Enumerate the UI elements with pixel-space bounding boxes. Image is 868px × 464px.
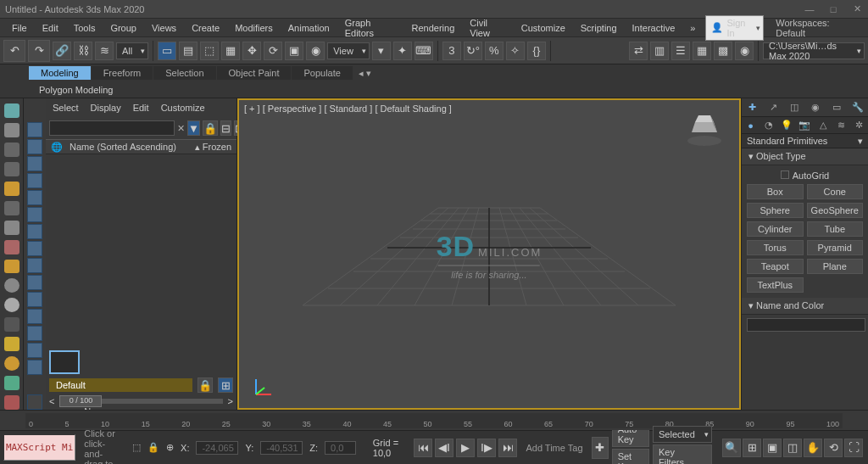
rect-region-icon[interactable]: ⬚ <box>200 42 219 60</box>
keymode-dropdown[interactable]: Selected <box>653 426 712 443</box>
cameras-subtab-icon[interactable]: 📷 <box>798 119 811 132</box>
polygon-modeling-panel[interactable]: Polygon Modeling <box>29 83 123 97</box>
filter-group-icon[interactable] <box>27 224 42 239</box>
tube-button[interactable]: Tube <box>807 221 864 237</box>
viewport-perspective[interactable]: [ + ] [ Perspective ] [ Standard ] [ Def… <box>237 98 741 410</box>
time-slider[interactable]: 0 / 100 <box>59 399 222 404</box>
filter-shape-icon[interactable] <box>27 139 42 154</box>
viewcube-icon[interactable] <box>683 107 726 149</box>
set-key-big-icon[interactable]: ✚ <box>592 437 609 459</box>
menu-create[interactable]: Create <box>185 21 226 35</box>
nav-orbit-icon[interactable]: ⟲ <box>824 439 843 457</box>
xyz-icon[interactable]: ⊕ <box>166 442 174 453</box>
z-coord-input[interactable]: 0,0 <box>325 441 356 455</box>
layer-calc-icon[interactable]: ⊞ <box>218 377 233 393</box>
display-children-icon[interactable]: ⊟ <box>220 120 231 136</box>
isolate-icon[interactable]: ⬚ <box>132 442 141 453</box>
sphere-button[interactable]: Sphere <box>747 203 804 218</box>
goto-end-icon[interactable]: ⏭ <box>498 439 517 457</box>
motion-tab-icon[interactable]: ◉ <box>809 101 822 115</box>
keyboard-shortcut-icon[interactable]: ⌨ <box>415 42 433 60</box>
filter-container-icon[interactable] <box>27 275 42 290</box>
utilities-tab-icon[interactable]: 🔧 <box>851 101 865 115</box>
fire-icon[interactable] <box>4 395 19 410</box>
tab-populate[interactable]: Populate <box>292 66 352 80</box>
y-coord-input[interactable]: -40,531 <box>260 441 303 455</box>
undo-icon[interactable]: ↶ <box>3 40 25 62</box>
axis-gizmo-icon[interactable] <box>251 374 276 400</box>
menu-civilview[interactable]: Civil View <box>463 16 513 40</box>
filter-frozen-icon[interactable] <box>27 292 42 307</box>
systems-subtab-icon[interactable]: ✲ <box>852 119 865 132</box>
autogrid-checkbox[interactable]: AutoGrid <box>747 171 863 181</box>
menu-edit[interactable]: Edit <box>36 21 65 35</box>
angle-snap-icon[interactable]: ↻° <box>464 42 482 60</box>
timeline-next-icon[interactable]: > <box>228 396 233 406</box>
se-search-input[interactable] <box>49 120 175 136</box>
timeline-track[interactable]: 0 5 10 15 20 25 30 35 40 45 50 55 60 65 … <box>25 413 843 428</box>
filter-light-icon[interactable] <box>27 156 42 171</box>
nav-maximize-icon[interactable]: ⛶ <box>844 439 863 457</box>
bones-icon[interactable] <box>4 221 19 235</box>
manipulate-icon[interactable]: ✦ <box>393 42 412 60</box>
setkey-button[interactable]: Set Key <box>612 449 649 465</box>
menu-modifiers[interactable]: Modifiers <box>228 21 280 35</box>
pivot-icon[interactable]: ▾ <box>372 42 391 60</box>
menu-views[interactable]: Views <box>145 21 183 35</box>
lights-subtab-icon[interactable]: 💡 <box>780 119 793 132</box>
mesh-icon[interactable] <box>4 317 19 332</box>
helpers-subtab-icon[interactable]: △ <box>816 119 830 132</box>
keyfilters-button[interactable]: Key Filters... <box>653 444 712 465</box>
maxscript-listener[interactable]: MAXScript Mi <box>3 434 75 461</box>
paint-icon[interactable] <box>4 260 19 274</box>
object-name-input[interactable] <box>747 318 865 332</box>
category-dropdown[interactable]: Standard Primitives <box>742 134 868 148</box>
menu-scripting[interactable]: Scripting <box>574 21 624 35</box>
menu-file[interactable]: File <box>5 21 34 35</box>
time-slider-handle[interactable]: 0 / 100 <box>59 395 102 407</box>
ribbon-expand-icon[interactable]: ◂ ▾ <box>353 66 376 81</box>
spacewarps-subtab-icon[interactable]: ≋ <box>834 119 848 132</box>
window-crossing-icon[interactable]: ▦ <box>221 42 240 60</box>
filter-bone-icon[interactable] <box>27 258 42 273</box>
se-menu-customize[interactable]: Customize <box>161 103 205 113</box>
edit-selection-icon[interactable]: {} <box>527 42 546 60</box>
shapes-subtab-icon[interactable]: ◔ <box>762 119 776 132</box>
se-menu-edit[interactable]: Edit <box>133 103 149 113</box>
display-tab-icon[interactable]: ▭ <box>830 101 843 115</box>
rollout-object-type[interactable]: Object Type <box>742 148 868 165</box>
textplus-button[interactable]: TextPlus <box>747 277 804 293</box>
workspaces-dropdown[interactable]: Workspaces: Default <box>776 18 853 38</box>
goto-start-icon[interactable]: ⏮ <box>414 439 432 457</box>
modify-tab-icon[interactable]: ↗ <box>766 101 780 115</box>
material-editor-icon[interactable]: ◉ <box>735 42 754 60</box>
col-frozen-header[interactable]: ▴ Frozen <box>195 142 231 153</box>
close-icon[interactable]: ✕ <box>851 3 863 15</box>
tab-selection[interactable]: Selection <box>153 66 215 80</box>
globe-icon[interactable]: 🌐 <box>51 142 63 153</box>
tab-freeform[interactable]: Freeform <box>92 66 153 80</box>
mirror-icon[interactable]: ⇄ <box>629 42 648 60</box>
filter-hidden-icon[interactable] <box>27 309 42 324</box>
link-icon[interactable]: 🔗 <box>53 42 71 60</box>
snap-toggle-icon[interactable]: 3 <box>442 42 461 60</box>
box-button[interactable]: Box <box>747 184 804 199</box>
play-icon[interactable]: ▶ <box>456 439 475 457</box>
layer-thumbnail[interactable] <box>49 350 80 374</box>
se-menu-select[interactable]: Select <box>53 103 79 113</box>
unlink-icon[interactable]: ⛓ <box>74 42 92 60</box>
menu-overflow-icon[interactable]: » <box>683 21 702 35</box>
hierarchy-tab-icon[interactable]: ◫ <box>787 101 801 115</box>
sphere-icon[interactable] <box>4 278 19 293</box>
tab-modeling[interactable]: Modeling <box>29 66 91 80</box>
nav-fov-icon[interactable]: ◫ <box>783 439 802 457</box>
align-icon[interactable]: ▥ <box>650 42 669 60</box>
addtimetag-link[interactable]: Add Time Tag <box>526 443 582 453</box>
next-frame-icon[interactable]: Ⅰ▶ <box>477 439 496 457</box>
character-icon[interactable] <box>4 240 19 254</box>
cloud-icon[interactable] <box>4 123 19 137</box>
ball-icon[interactable] <box>4 356 19 371</box>
filter-camera-icon[interactable] <box>27 173 42 188</box>
menu-grapheditors[interactable]: Graph Editors <box>338 16 403 40</box>
filter-more-icon[interactable] <box>27 326 42 341</box>
